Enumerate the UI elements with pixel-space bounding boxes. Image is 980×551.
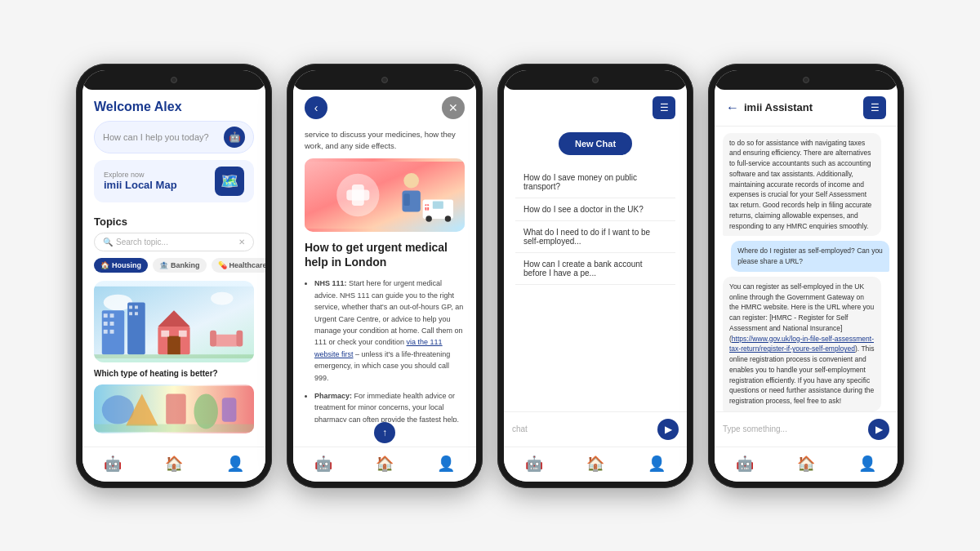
phone3-chat-q1[interactable]: How do I save money on public transport? bbox=[515, 167, 675, 198]
svg-point-2 bbox=[211, 291, 233, 304]
phone-4-notch bbox=[715, 70, 898, 90]
svg-rect-19 bbox=[179, 330, 187, 336]
phone1-nav-home[interactable]: 🏠 bbox=[164, 454, 184, 473]
phone3-chat-q4[interactable]: How can I create a bank account before I… bbox=[515, 253, 675, 285]
phone1-map-title: imii Local Map bbox=[104, 179, 177, 191]
phone3-chat-area: New Chat How do I save money on public t… bbox=[504, 126, 687, 411]
healthcare-icon: 💊 bbox=[218, 261, 227, 269]
phone2-bottom-nav: 🤖 🏠 👤 bbox=[293, 447, 476, 482]
phone2-back-button[interactable]: ‹ bbox=[305, 96, 327, 119]
svg-rect-13 bbox=[129, 312, 132, 315]
phone4-send-button[interactable]: ▶ bbox=[868, 419, 889, 440]
phone4-nav-profile[interactable]: 👤 bbox=[858, 454, 877, 473]
phone4-nav-home[interactable]: 🏠 bbox=[796, 454, 816, 473]
svg-rect-23 bbox=[94, 354, 254, 358]
phone1-nav-profile[interactable]: 👤 bbox=[225, 454, 245, 473]
phone1-search-button[interactable]: 🤖 bbox=[224, 127, 245, 148]
phone1-bottom-nav: 🤖 🏠 👤 bbox=[82, 447, 265, 482]
phone1-topics-title: Topics bbox=[94, 216, 254, 228]
banking-icon: 🏦 bbox=[159, 261, 168, 269]
svg-point-35 bbox=[403, 173, 419, 189]
phone4-nav-bot[interactable]: 🤖 bbox=[735, 454, 755, 473]
svg-rect-22 bbox=[236, 330, 243, 346]
pharmacy-heading: Pharmacy: bbox=[314, 392, 352, 400]
phone1-map-icon: 🗺️ bbox=[215, 167, 244, 196]
phone4-bot-msg2-post: ). This online registration process is c… bbox=[729, 344, 874, 405]
phone3-nav-profile[interactable]: 👤 bbox=[647, 454, 666, 473]
nhs111-link[interactable]: via the 111 website first bbox=[314, 338, 443, 358]
svg-rect-10 bbox=[127, 302, 145, 354]
phone4-bottom-nav: 🤖 🏠 👤 bbox=[715, 447, 898, 482]
phone1-map-card-left: Explore now imii Local Map bbox=[104, 171, 177, 191]
camera-dot-4 bbox=[803, 77, 809, 83]
phone2-article-title: How to get urgent medical help in London bbox=[305, 240, 465, 269]
phone2-nav-bot[interactable]: 🤖 bbox=[314, 454, 333, 473]
phone3-nav-home[interactable]: 🏠 bbox=[586, 454, 605, 473]
phone1-topic-filters: 🏠 Housing 🏦 Banking 💊 Healthcare bbox=[94, 258, 254, 273]
phone1-search-bar[interactable]: How can I help you today? 🤖 bbox=[94, 121, 254, 153]
nhs111-text: Start here for urgent medical advice. NH… bbox=[314, 279, 463, 381]
phone1-chip-banking-label: Banking bbox=[171, 261, 200, 269]
phone1-topic-search[interactable]: 🔍 Search topic... ✕ bbox=[94, 233, 254, 251]
phone2-intro-text: service to discuss your medicines, how t… bbox=[305, 129, 465, 153]
bottom-illustration-svg bbox=[94, 385, 254, 433]
phone2-nav-home[interactable]: 🏠 bbox=[375, 454, 394, 473]
svg-rect-6 bbox=[104, 322, 108, 326]
phone1-topic-question: Which type of heating is better? bbox=[94, 369, 254, 378]
phone1-chip-housing-label: Housing bbox=[112, 261, 141, 269]
phone3-chat-input-placeholder: chat bbox=[512, 424, 657, 433]
phone2-article-content: service to discuss your medicines, how t… bbox=[293, 126, 476, 422]
phone1-chip-banking[interactable]: 🏦 Banking bbox=[153, 258, 207, 273]
svg-point-28 bbox=[194, 393, 218, 429]
phone1-welcome-title: Welcome Alex bbox=[94, 100, 254, 114]
hmrc-link[interactable]: https://www.gov.uk/log-in-file-self-asse… bbox=[729, 335, 874, 353]
phone1-chip-healthcare-label: Healthcare bbox=[229, 261, 265, 269]
phone1-chip-healthcare[interactable]: 💊 Healthcare bbox=[212, 258, 265, 273]
phone4-bot-msg1: to do so for assistance with navigating … bbox=[723, 133, 881, 237]
phone1-explore-label: Explore now bbox=[104, 171, 177, 179]
phone3-chat-q3[interactable]: What do I need to do if I want to be sel… bbox=[515, 221, 675, 253]
phone2-menu-button[interactable]: ✕ bbox=[442, 96, 465, 119]
phone4-assistant-title: imii Assistant bbox=[744, 101, 863, 113]
svg-rect-5 bbox=[110, 313, 114, 318]
phone1-topic-image[interactable] bbox=[94, 281, 254, 362]
svg-rect-21 bbox=[210, 330, 216, 346]
phone4-input-area: Type something... ▶ bbox=[715, 411, 898, 447]
buildings-svg bbox=[94, 286, 254, 359]
phone4-back-arrow[interactable]: ← bbox=[726, 100, 739, 115]
phone4-bot-msg2-pre: You can register as self-employed in the… bbox=[729, 282, 874, 343]
camera-dot bbox=[171, 77, 177, 83]
phone1-nav-bot[interactable]: 🤖 bbox=[103, 454, 122, 473]
phone3-header: ☰ bbox=[504, 90, 687, 126]
svg-point-44 bbox=[445, 216, 451, 221]
svg-rect-4 bbox=[104, 313, 108, 318]
phone2-scroll-up-button[interactable]: ↑ bbox=[374, 422, 395, 443]
nhs111-heading: NHS 111: bbox=[314, 279, 347, 287]
phone1-bottom-card[interactable] bbox=[94, 384, 254, 433]
phone1-chip-housing[interactable]: 🏠 Housing bbox=[94, 258, 148, 273]
svg-rect-8 bbox=[104, 329, 108, 333]
svg-rect-14 bbox=[135, 312, 138, 315]
phone4-header: ← imii Assistant ☰ bbox=[715, 90, 898, 127]
svg-rect-17 bbox=[167, 335, 180, 354]
phone3-new-chat-button[interactable]: New Chat bbox=[559, 132, 632, 155]
phone4-bot-msg2: You can register as self-employed in the… bbox=[723, 277, 881, 411]
phone1-search-placeholder: How can I help you today? bbox=[103, 132, 224, 142]
phone3-menu-button[interactable]: ☰ bbox=[653, 96, 675, 119]
svg-rect-29 bbox=[222, 398, 237, 421]
phone3-chat-q2[interactable]: How do I see a doctor in the UK? bbox=[515, 198, 675, 221]
phone-3-notch bbox=[504, 70, 687, 90]
phone3-send-button[interactable]: ▶ bbox=[657, 419, 679, 440]
phone3-nav-bot[interactable]: 🤖 bbox=[524, 454, 544, 473]
phone2-header: ‹ ✕ bbox=[293, 90, 476, 126]
phone1-topics-section: Topics 🔍 Search topic... ✕ 🏠 Housing 🏦 bbox=[82, 216, 265, 447]
svg-rect-20 bbox=[212, 334, 240, 346]
phone4-menu-button[interactable]: ☰ bbox=[863, 96, 886, 119]
phone2-nav-profile[interactable]: 👤 bbox=[436, 454, 456, 473]
phone-4: ← imii Assistant ☰ to do so for assistan… bbox=[708, 64, 904, 488]
svg-rect-7 bbox=[110, 322, 114, 326]
phone1-map-card[interactable]: Explore now imii Local Map 🗺️ bbox=[94, 160, 254, 202]
phone-1: Welcome Alex How can I help you today? 🤖… bbox=[76, 64, 272, 488]
phone4-input-placeholder: Type something... bbox=[723, 424, 868, 433]
phone4-user-msg: Where do I register as self-employed? Ca… bbox=[731, 241, 889, 272]
